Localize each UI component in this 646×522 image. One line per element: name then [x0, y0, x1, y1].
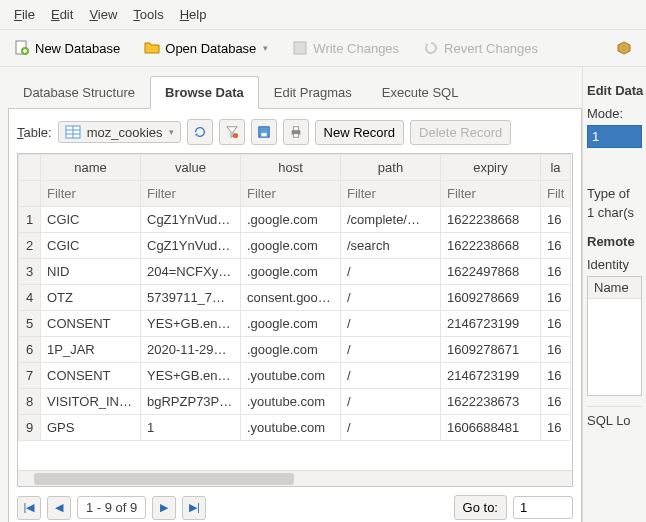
menu-view[interactable]: View	[81, 3, 125, 26]
cell-name[interactable]: GPS	[41, 415, 141, 441]
cell-expiry[interactable]: 2146723199	[441, 363, 541, 389]
cell-path[interactable]: /	[341, 337, 441, 363]
new-record-button[interactable]: New Record	[315, 120, 405, 145]
header-name[interactable]: name	[41, 155, 141, 181]
cell-expiry[interactable]: 2146723199	[441, 311, 541, 337]
cell-host[interactable]: .google.com	[241, 259, 341, 285]
filter-path[interactable]	[347, 186, 434, 201]
menu-tools[interactable]: Tools	[125, 3, 171, 26]
cell-expiry[interactable]: 1622497868	[441, 259, 541, 285]
next-page-button[interactable]: ▶	[152, 496, 176, 520]
menu-file[interactable]: File	[6, 3, 43, 26]
cell-la[interactable]: 16	[541, 207, 571, 233]
goto-button[interactable]: Go to:	[454, 495, 507, 520]
cell-la[interactable]: 16	[541, 389, 571, 415]
clear-filter-button[interactable]	[219, 119, 245, 145]
cell-la[interactable]: 16	[541, 363, 571, 389]
cell-la[interactable]: 16	[541, 415, 571, 441]
refresh-button[interactable]	[187, 119, 213, 145]
cell-la[interactable]: 16	[541, 285, 571, 311]
cell-path[interactable]: /	[341, 415, 441, 441]
tab-browse-data[interactable]: Browse Data	[150, 76, 259, 109]
header-la[interactable]: la	[541, 155, 571, 181]
cell-expiry[interactable]: 1622238668	[441, 233, 541, 259]
cell-name[interactable]: OTZ	[41, 285, 141, 311]
goto-input[interactable]	[513, 496, 573, 519]
header-value[interactable]: value	[141, 155, 241, 181]
cell-value[interactable]: YES+GB.en-…	[141, 363, 241, 389]
cell-path[interactable]: /	[341, 363, 441, 389]
cell-host[interactable]: .youtube.com	[241, 415, 341, 441]
save-table-button[interactable]	[251, 119, 277, 145]
filter-value[interactable]	[147, 186, 234, 201]
cell-name[interactable]: CGIC	[41, 207, 141, 233]
cell-name[interactable]: VISITOR_INF…	[41, 389, 141, 415]
cell-name[interactable]: NID	[41, 259, 141, 285]
cell-host[interactable]: .youtube.com	[241, 389, 341, 415]
cell-value[interactable]: 204=NCFXy…	[141, 259, 241, 285]
filter-name[interactable]	[47, 186, 134, 201]
cell-expiry[interactable]: 1609278671	[441, 337, 541, 363]
toolbar-overflow-button[interactable]	[610, 36, 638, 60]
prev-page-button[interactable]: ◀	[47, 496, 71, 520]
menu-help[interactable]: Help	[172, 3, 215, 26]
cell-host[interactable]: .google.com	[241, 233, 341, 259]
cell-path[interactable]: /complete/…	[341, 207, 441, 233]
cell-expiry[interactable]: 1622238668	[441, 207, 541, 233]
cell-host[interactable]: .google.com	[241, 337, 341, 363]
cell-expiry[interactable]: 1609278669	[441, 285, 541, 311]
table-row[interactable]: 8VISITOR_INF…bgRPZP73P….youtube.com/1622…	[19, 389, 571, 415]
table-select[interactable]: moz_cookies ▾	[58, 121, 181, 143]
cell-path[interactable]: /	[341, 389, 441, 415]
print-button[interactable]	[283, 119, 309, 145]
cell-value[interactable]: bgRPZP73P…	[141, 389, 241, 415]
horizontal-scrollbar[interactable]	[18, 470, 572, 486]
cell-value[interactable]: CgZ1YnVud…	[141, 233, 241, 259]
cell-expiry[interactable]: 1606688481	[441, 415, 541, 441]
filter-la[interactable]	[547, 186, 564, 201]
table-row[interactable]: 61P_JAR2020-11-29….google.com/1609278671…	[19, 337, 571, 363]
cell-path[interactable]: /	[341, 285, 441, 311]
cell-la[interactable]: 16	[541, 259, 571, 285]
first-page-button[interactable]: |◀	[17, 496, 41, 520]
table-row[interactable]: 5CONSENTYES+GB.en-….google.com/214672319…	[19, 311, 571, 337]
cell-path[interactable]: /	[341, 259, 441, 285]
cell-name[interactable]: CONSENT	[41, 311, 141, 337]
cell-host[interactable]: .google.com	[241, 207, 341, 233]
table-row[interactable]: 9GPS1.youtube.com/160668848116	[19, 415, 571, 441]
table-row[interactable]: 2CGICCgZ1YnVud….google.com/search1622238…	[19, 233, 571, 259]
table-row[interactable]: 1CGICCgZ1YnVud….google.com/complete/…162…	[19, 207, 571, 233]
cell-la[interactable]: 16	[541, 311, 571, 337]
last-page-button[interactable]: ▶|	[182, 496, 206, 520]
table-row[interactable]: 7CONSENTYES+GB.en-….youtube.com/21467231…	[19, 363, 571, 389]
cell-value[interactable]: 1	[141, 415, 241, 441]
cell-expiry[interactable]: 1622238673	[441, 389, 541, 415]
cell-la[interactable]: 16	[541, 233, 571, 259]
cell-path[interactable]: /	[341, 311, 441, 337]
cell-value[interactable]: 5739711_7…	[141, 285, 241, 311]
cell-name[interactable]: CONSENT	[41, 363, 141, 389]
cell-value[interactable]: 2020-11-29…	[141, 337, 241, 363]
cell-editor[interactable]	[587, 125, 642, 148]
filter-expiry[interactable]	[447, 186, 534, 201]
table-row[interactable]: 3NID204=NCFXy….google.com/162249786816	[19, 259, 571, 285]
cell-la[interactable]: 16	[541, 337, 571, 363]
header-host[interactable]: host	[241, 155, 341, 181]
cell-name[interactable]: 1P_JAR	[41, 337, 141, 363]
cell-host[interactable]: .google.com	[241, 311, 341, 337]
open-database-button[interactable]: Open Database ▾	[138, 36, 274, 60]
table-row[interactable]: 4OTZ5739711_7…consent.goo…/160927866916	[19, 285, 571, 311]
cell-host[interactable]: .youtube.com	[241, 363, 341, 389]
new-database-button[interactable]: New Database	[8, 36, 126, 60]
cell-host[interactable]: consent.goo…	[241, 285, 341, 311]
header-path[interactable]: path	[341, 155, 441, 181]
cell-name[interactable]: CGIC	[41, 233, 141, 259]
identity-list[interactable]: Name	[587, 276, 642, 396]
cell-value[interactable]: CgZ1YnVud…	[141, 207, 241, 233]
menu-edit[interactable]: Edit	[43, 3, 81, 26]
tab-database-structure[interactable]: Database Structure	[8, 76, 150, 109]
cell-path[interactable]: /search	[341, 233, 441, 259]
filter-host[interactable]	[247, 186, 334, 201]
header-expiry[interactable]: expiry	[441, 155, 541, 181]
tab-execute-sql[interactable]: Execute SQL	[367, 76, 474, 109]
